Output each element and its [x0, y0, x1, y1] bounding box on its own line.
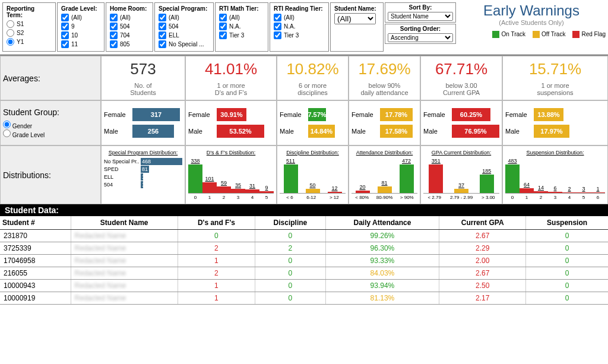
radio-input[interactable] [7, 38, 14, 46]
checkbox-input[interactable] [219, 31, 227, 39]
filter-option[interactable]: S2 [7, 29, 52, 37]
checkbox-input[interactable] [219, 14, 227, 21]
dist-bar-fill [591, 192, 605, 193]
sg-bar: 30.91% [217, 108, 246, 121]
filter-option[interactable]: N.A. [274, 22, 325, 31]
checkbox-input[interactable] [274, 14, 281, 21]
checkbox-input[interactable] [61, 40, 69, 48]
filter-option[interactable]: N.A. [219, 22, 264, 31]
dist-bar-fill [378, 186, 392, 193]
dist-bar-fill [534, 191, 548, 193]
table-header[interactable]: D's and F's [178, 216, 255, 230]
sort-order-select[interactable]: Ascending [388, 33, 453, 42]
sg-bar: 76.95% [452, 125, 499, 138]
sg-bar: 17.78% [380, 108, 413, 121]
checkbox-input[interactable] [159, 40, 166, 48]
checkbox-input[interactable] [159, 23, 166, 30]
table-row[interactable]: 231870Redacted Name0099.26%2.670 [0, 230, 608, 242]
dist-bar-fill [306, 189, 320, 193]
filter-option[interactable]: Tier 3 [274, 31, 325, 40]
dist-bar-fill [520, 188, 534, 193]
filter-option[interactable]: Y1 [7, 37, 52, 46]
sg-bar: 53.52% [217, 125, 264, 138]
sg-row: Female30.91% [188, 108, 274, 121]
checkbox-input[interactable] [159, 31, 166, 39]
table-header[interactable]: Current GPA [439, 216, 526, 230]
filter-option[interactable]: ELL [159, 31, 210, 40]
table-row[interactable]: 216055Redacted Name2084.03%2.670 [0, 267, 608, 280]
metrics-grid: Averages:573No. ofStudents41.01%1 or mor… [0, 55, 608, 204]
checkbox-input[interactable] [274, 31, 281, 39]
page-title: Early Warnings [457, 2, 606, 19]
filter-reporting-term: Reporting Term: S1S2Y1 [2, 2, 56, 52]
avg-value: 10.82% [280, 60, 346, 78]
checkbox-input[interactable] [110, 23, 118, 30]
dist-bar-fill [328, 192, 342, 193]
dist-bar-fill [259, 191, 274, 193]
avg-desc: below 3.00Current GPA [423, 82, 499, 96]
filter-option[interactable]: Tier 3 [219, 31, 264, 40]
checkbox-input[interactable] [110, 14, 118, 21]
filter-option[interactable]: (All) [219, 13, 264, 22]
avg-value: 67.71% [423, 60, 499, 78]
table-header[interactable]: Student Name [71, 216, 178, 230]
filter-option[interactable]: (All) [274, 13, 325, 22]
checkbox-input[interactable] [61, 23, 69, 30]
checkbox-input[interactable] [61, 14, 69, 21]
filter-option[interactable]: No Special ... [159, 40, 210, 49]
dist-bar-fill [231, 189, 245, 193]
table-header[interactable]: Daily Attendance [325, 216, 439, 230]
sg-radio-gender[interactable]: Gender [3, 123, 32, 129]
filter-bar: Reporting Term: S1S2Y1 Grade Level: (All… [0, 0, 608, 55]
filter-option[interactable]: (All) [159, 13, 210, 22]
filter-option[interactable]: S1 [7, 20, 52, 29]
filter-option[interactable]: 10 [61, 31, 100, 40]
filter-option[interactable]: 704 [110, 31, 149, 40]
table-header[interactable]: Discipline [255, 216, 326, 230]
sg-radio-grade[interactable]: Grade Level [3, 132, 45, 138]
filter-option[interactable]: 504 [110, 22, 149, 31]
filter-rti-math: RTI Math Tier: (All)N.A.Tier 3 [215, 2, 268, 52]
table-row[interactable]: 3725339Redacted Name2296.30%2.290 [0, 242, 608, 255]
avg-desc: 1 or moresuspensions [505, 82, 605, 96]
sort-by-select[interactable]: Student Name [388, 12, 453, 21]
sg-row: Male76.95% [423, 125, 499, 138]
filter-option[interactable]: 9 [61, 22, 100, 31]
checkbox-input[interactable] [110, 31, 118, 39]
dist-bar-fill [284, 164, 298, 193]
checkbox-input[interactable] [110, 40, 118, 48]
table-row[interactable]: 10000943Redacted Name1093.94%2.500 [0, 280, 608, 292]
dist-bar-fill [217, 186, 231, 193]
sg-row: Female317 [104, 108, 182, 121]
sp-dist-row: 50411 [104, 181, 182, 188]
sg-bar: 17.58% [380, 125, 413, 138]
table-header[interactable]: Student # [0, 216, 71, 230]
dist-bar-fill [356, 191, 370, 193]
checkbox-input[interactable] [61, 31, 69, 39]
filter-option[interactable]: 504 [159, 22, 210, 31]
avg-cell-1: 41.01%1 or moreD's and F's [185, 56, 277, 100]
filter-grade-level: Grade Level: (All)91011 [57, 2, 104, 52]
dist-chart: 5115012 [280, 158, 346, 194]
filter-option[interactable]: (All) [110, 13, 149, 22]
dist-cell-4: GPA Current Distribution:35137185< 2.792… [420, 145, 502, 204]
sg-row: Female7.57% [280, 108, 346, 121]
student-data-header: Student Data: [0, 204, 608, 216]
table-header[interactable]: Suspension [526, 216, 608, 230]
checkbox-input[interactable] [274, 23, 281, 30]
student-name-select[interactable]: (All) [334, 13, 376, 24]
table-row[interactable]: 17046958Redacted Name1093.33%2.000 [0, 255, 608, 267]
dist-bar-fill [429, 164, 443, 193]
avg-desc: 1 or moreD's and F's [188, 82, 274, 96]
filter-option[interactable]: 805 [110, 40, 149, 49]
student-data-table: Student #Student NameD's and F'sDiscipli… [0, 216, 608, 305]
checkbox-input[interactable] [159, 14, 166, 21]
radio-input[interactable] [7, 20, 14, 28]
sg-bar: 60.25% [452, 108, 490, 121]
filter-option[interactable]: 11 [61, 40, 100, 49]
radio-input[interactable] [7, 29, 14, 37]
filter-option[interactable]: (All) [61, 13, 100, 22]
checkbox-input[interactable] [219, 23, 227, 30]
filter-title: Reporting Term: [7, 5, 52, 18]
table-row[interactable]: 10000919Redacted Name1081.13%2.170 [0, 292, 608, 305]
